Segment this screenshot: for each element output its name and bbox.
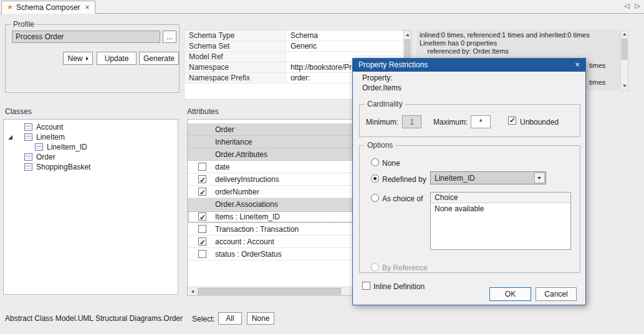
attribute-checkbox[interactable] xyxy=(198,237,206,246)
class-icon xyxy=(24,163,32,171)
classes-tree: AccountLineItemLineItem_IDOrderShoppingB… xyxy=(3,119,178,295)
attribute-checkbox[interactable] xyxy=(198,163,206,171)
cardinality-groupbox: Cardinality Minimum: Maximum: Unbounded xyxy=(359,104,580,137)
expand-arrow-icon[interactable] xyxy=(8,135,12,140)
info-line: referenced by: Order.Items xyxy=(420,47,617,55)
tab-close-icon[interactable]: × xyxy=(85,4,90,11)
schema-grid-row-label: Schema Set xyxy=(185,41,286,51)
inline-definition-checkbox[interactable] xyxy=(362,282,370,290)
select-label: Select: xyxy=(192,315,215,323)
tree-item-label: LineItem_ID xyxy=(47,143,87,151)
radio-as-choice-of-label: As choice of xyxy=(382,194,423,203)
cardinality-group-label: Cardinality xyxy=(365,100,405,108)
tree-item-label: Order xyxy=(36,153,55,161)
class-icon xyxy=(24,123,32,131)
info-overflow-text: times xyxy=(589,62,605,69)
scroll-down-icon[interactable] xyxy=(621,82,628,90)
attribute-row-label: Transaction : Transaction xyxy=(215,224,299,236)
select-none-button[interactable]: None xyxy=(247,312,274,325)
radio-by-reference-label: By Reference xyxy=(382,264,428,272)
ok-button[interactable]: OK xyxy=(489,287,531,301)
radio-none-label: None xyxy=(382,159,400,168)
tree-item-label: Account xyxy=(36,123,63,131)
class-icon xyxy=(35,143,43,151)
select-all-button[interactable]: All xyxy=(218,312,242,325)
schema-grid-row: Schema SetGeneric xyxy=(185,41,403,52)
schema-grid-row-label: Model Ref xyxy=(185,52,286,62)
info-panel-scrollbar[interactable] xyxy=(620,30,628,90)
tab-schema-composer[interactable]: ★ Schema Composer × xyxy=(1,1,95,14)
radio-by-reference xyxy=(371,263,379,271)
unbounded-checkbox[interactable] xyxy=(508,117,516,125)
tree-item-label: LineItem xyxy=(36,133,65,141)
tree-item-account[interactable]: Account xyxy=(4,122,178,132)
attribute-row-label: Inheritance xyxy=(215,136,252,148)
attribute-row-label: account : Account xyxy=(215,236,274,248)
attribute-checkbox[interactable] xyxy=(198,175,206,183)
schema-grid-row-label: Schema Type xyxy=(185,31,286,41)
radio-redefined-by[interactable] xyxy=(371,174,379,183)
new-button[interactable]: New xyxy=(63,52,93,65)
attribute-row-label: deliveryInstructions xyxy=(215,174,279,186)
attribute-row-label: orderNumber xyxy=(215,186,259,198)
scroll-left-icon[interactable] xyxy=(188,288,197,295)
radio-redefined-by-label: Redefined by xyxy=(382,175,426,184)
profile-name-field[interactable] xyxy=(12,31,160,43)
maximum-field[interactable] xyxy=(471,115,491,128)
attribute-checkbox[interactable] xyxy=(198,225,206,233)
tree-item-lineitem_id[interactable]: LineItem_ID xyxy=(4,142,178,152)
attribute-row-label: Order xyxy=(215,124,234,136)
schema-composer-window: ★ Schema Composer × ◁ ▷ Profile ... New … xyxy=(0,0,644,334)
attribute-checkbox[interactable] xyxy=(198,212,206,221)
classes-label: Classes xyxy=(5,107,32,116)
choice-listbox: Choice None available xyxy=(430,192,571,250)
tree-item-order[interactable]: Order xyxy=(4,152,178,162)
radio-as-choice-of[interactable] xyxy=(371,194,379,202)
nav-back-icon[interactable]: ◁ xyxy=(624,2,629,9)
dialog-titlebar[interactable]: Property Restrictions xyxy=(353,59,585,72)
choice-list-item[interactable]: None available xyxy=(431,203,570,214)
scrollbar-thumb[interactable] xyxy=(622,39,627,60)
profile-group-label: Profile xyxy=(11,20,37,29)
attribute-checkbox[interactable] xyxy=(198,250,206,258)
generate-button[interactable]: Generate xyxy=(139,52,179,65)
redefined-by-combobox[interactable]: LineItem_ID xyxy=(430,171,546,184)
schema-grid-row-value[interactable]: Schema xyxy=(286,31,403,41)
nav-forward-icon[interactable]: ▷ xyxy=(635,2,640,9)
update-button[interactable]: Update xyxy=(97,52,137,65)
tree-item-shoppingbasket[interactable]: ShoppingBasket xyxy=(4,162,178,172)
cancel-button[interactable]: Cancel xyxy=(536,287,577,301)
schema-grid-row-value[interactable]: Generic xyxy=(286,41,403,51)
attribute-row-label: Order.Associations xyxy=(215,199,278,211)
tab-bar: ★ Schema Composer × ◁ ▷ xyxy=(0,0,644,14)
chevron-down-icon[interactable] xyxy=(534,173,545,183)
dialog-close-icon[interactable]: × xyxy=(572,60,582,70)
scroll-up-icon[interactable] xyxy=(621,31,628,38)
info-overflow-text: times xyxy=(589,79,605,86)
new-button-label: New xyxy=(67,54,82,63)
scroll-up-icon[interactable] xyxy=(404,31,411,39)
schema-composer-icon: ★ xyxy=(7,4,13,11)
combobox-value: LineItem_ID xyxy=(435,173,475,184)
info-line: inlined:0 times, referenced:1 times and … xyxy=(420,31,617,39)
scrollbar-thumb[interactable] xyxy=(198,288,341,295)
inline-definition-label: Inline Definition xyxy=(373,282,425,291)
schema-grid-row-label: Namespace Prefix xyxy=(185,73,286,83)
attribute-checkbox[interactable] xyxy=(198,188,206,196)
attribute-row-label: Items : LineItem_ID xyxy=(215,211,280,223)
minimum-label: Minimum: xyxy=(366,118,398,126)
tree-item-lineitem[interactable]: LineItem xyxy=(4,132,178,142)
tree-item-label: ShoppingBasket xyxy=(36,163,90,171)
choice-list-header: Choice xyxy=(431,193,570,203)
info-line: LineItem has 0 properties xyxy=(420,39,617,47)
attribute-row-label: status : OrderStatus xyxy=(215,249,282,260)
attribute-row-label: Order.Attributes xyxy=(215,149,267,161)
property-value: Order.Items xyxy=(362,84,401,92)
browse-button[interactable]: ... xyxy=(163,31,176,43)
schema-grid-row-label: Namespace xyxy=(185,62,286,72)
options-group-label: Options xyxy=(365,141,395,150)
schema-grid-row: Schema TypeSchema xyxy=(185,31,403,41)
property-label: Property: xyxy=(362,74,393,82)
attributes-label: Attributes xyxy=(187,107,219,116)
radio-none[interactable] xyxy=(371,158,379,166)
